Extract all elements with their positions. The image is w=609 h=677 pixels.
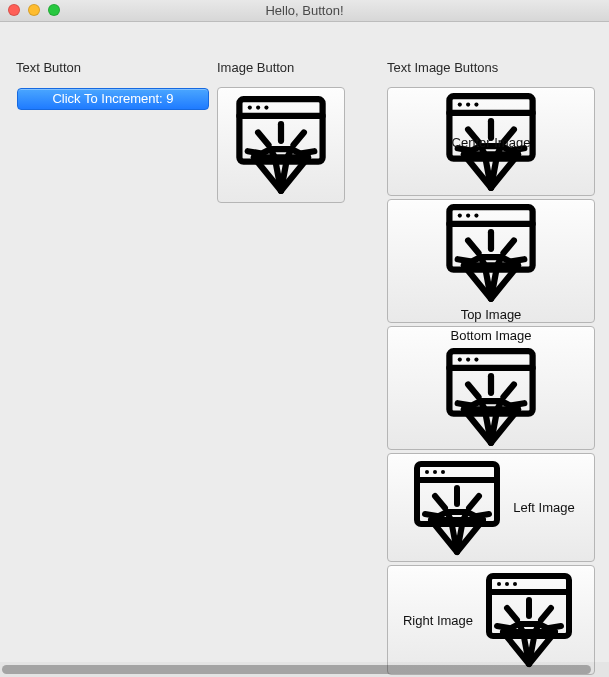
browser-diamond-icon: [229, 93, 333, 197]
increment-button-label: Click To Increment: 9: [52, 91, 173, 106]
browser-diamond-icon: [407, 458, 507, 558]
heading-text-button: Text Button: [16, 60, 81, 75]
image-only-button[interactable]: [217, 87, 345, 203]
increment-button[interactable]: Click To Increment: 9: [17, 88, 209, 110]
window-traffic-lights: [8, 4, 60, 16]
button-label-left: Left Image: [513, 500, 574, 515]
heading-image-button: Image Button: [217, 60, 294, 75]
window-content: Text Button Image Button Text Image Butt…: [0, 22, 609, 677]
text-image-button-left[interactable]: Left Image: [387, 453, 595, 562]
button-label-center: Center Image: [452, 134, 531, 149]
button-label-bottom: Bottom Image: [451, 328, 532, 343]
browser-diamond-icon: [439, 201, 543, 305]
button-label-top: Top Image: [461, 307, 522, 322]
window-title: Hello, Button!: [265, 3, 343, 18]
minimize-window-button[interactable]: [28, 4, 40, 16]
text-image-button-bottom[interactable]: Bottom Image: [387, 326, 595, 450]
close-window-button[interactable]: [8, 4, 20, 16]
heading-text-image-buttons: Text Image Buttons: [387, 60, 498, 75]
text-image-button-right[interactable]: Right Image: [387, 565, 595, 675]
button-label-right: Right Image: [403, 613, 473, 628]
horizontal-scroll-thumb[interactable]: [2, 665, 591, 674]
browser-diamond-icon: [479, 570, 579, 670]
text-image-button-top[interactable]: Top Image: [387, 199, 595, 323]
window-titlebar: Hello, Button!: [0, 0, 609, 22]
zoom-window-button[interactable]: [48, 4, 60, 16]
text-image-button-center[interactable]: Center Image: [387, 87, 595, 196]
horizontal-scrollbar[interactable]: [0, 662, 609, 677]
browser-diamond-icon: [439, 345, 543, 449]
